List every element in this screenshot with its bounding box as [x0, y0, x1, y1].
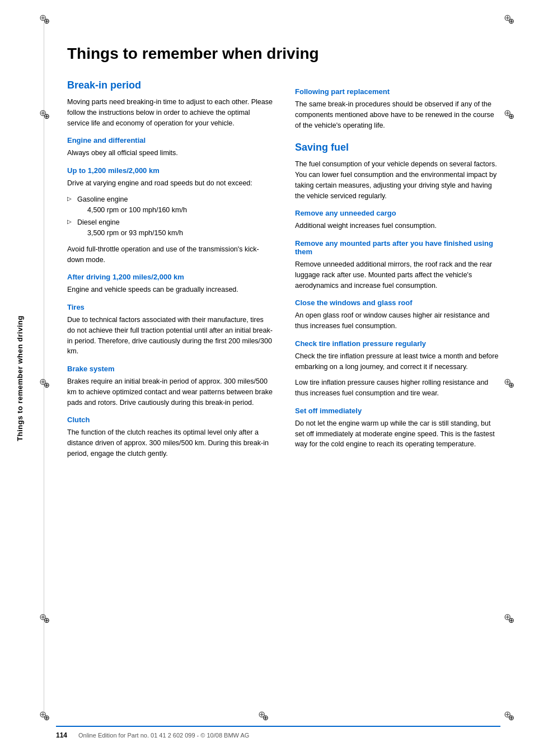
corner-crosshair-br: ⊕: [508, 713, 517, 722]
up-to-1200-intro: Drive at varying engine and road speeds …: [67, 178, 273, 189]
remove-mounted-title: Remove any mounted parts after you have …: [295, 239, 500, 256]
right-column: Following part replacement The same brea…: [295, 80, 500, 465]
saving-fuel-intro: The fuel consumption of your vehicle dep…: [295, 159, 500, 201]
brake-text: Brakes require an initial break-in perio…: [67, 376, 273, 408]
remove-cargo-text: Additional weight increases fuel consump…: [295, 221, 500, 231]
remove-mounted-text: Remove unneeded additional mirrors, the …: [295, 259, 500, 291]
main-content: Things to remember when driving Break-in…: [67, 22, 500, 465]
page-title: Things to remember when driving: [67, 22, 500, 63]
following-part-text: The same break-in procedures should be o…: [295, 99, 500, 130]
set-off-text: Do not let the engine warm up while the …: [295, 418, 500, 450]
remove-cargo-title: Remove any unneeded cargo: [295, 209, 500, 217]
gasoline-label: Gasoline engine: [77, 195, 128, 203]
crosshair-right-bot: ⊕: [508, 616, 517, 625]
check-tire-text1: Check the tire inflation pressure at lea…: [295, 351, 500, 372]
engine-diff-title: Engine and differential: [67, 136, 273, 144]
crosshair-right-mid: ⊕: [508, 381, 517, 390]
diesel-label: Diesel engine: [77, 218, 120, 226]
list-item-gasoline: Gasoline engine 4,500 rpm or 100 mph/160…: [67, 194, 273, 216]
sidebar-label: Things to remember when driving: [0, 0, 39, 756]
page-container: Things to remember when driving ⊕ ⊕ ⊕ ⊕ …: [0, 0, 534, 756]
gasoline-sub: 4,500 rpm or 100 mph/160 km/h: [77, 205, 273, 216]
two-col-layout: Break-in period Moving parts need breaki…: [67, 80, 500, 465]
corner-crosshair-tr: ⊕: [508, 17, 517, 26]
list-item-diesel: Diesel engine 3,500 rpm or 93 mph/150 km…: [67, 217, 273, 239]
break-in-title: Break-in period: [67, 80, 273, 91]
crosshair-left-top: ⊕: [44, 112, 53, 121]
page-number: 114: [56, 731, 67, 739]
following-part-title: Following part replacement: [295, 87, 500, 96]
crosshair-bottom-center: ⊕: [263, 713, 271, 722]
break-in-intro: Moving parts need breaking-in time to ad…: [67, 97, 273, 128]
tires-title: Tires: [67, 303, 273, 311]
up-to-1200-title: Up to 1,200 miles/2,000 km: [67, 166, 273, 175]
up-to-1200-after: Avoid full-throttle operation and use of…: [67, 244, 273, 265]
diesel-sub: 3,500 rpm or 93 mph/150 km/h: [77, 228, 273, 239]
bullet-list-speeds: Gasoline engine 4,500 rpm or 100 mph/160…: [67, 194, 273, 239]
tires-text: Due to technical factors associated with…: [67, 315, 273, 357]
footer-text: Online Edition for Part no. 01 41 2 602 …: [78, 732, 249, 739]
close-windows-text: An open glass roof or window causes high…: [295, 310, 500, 332]
left-column: Break-in period Moving parts need breaki…: [67, 80, 273, 465]
saving-fuel-title: Saving fuel: [295, 142, 500, 153]
crosshair-left-bot: ⊕: [44, 616, 53, 625]
clutch-title: Clutch: [67, 416, 273, 424]
corner-crosshair-bl: ⊕: [44, 713, 53, 722]
crosshair-right-top: ⊕: [508, 112, 517, 121]
brake-title: Brake system: [67, 365, 273, 373]
crosshair-left-mid: ⊕: [44, 381, 53, 390]
after-1200-text: Engine and vehicle speeds can be gradual…: [67, 284, 273, 295]
engine-diff-text: Always obey all official speed limits.: [67, 148, 273, 158]
after-1200-title: After driving 1,200 miles/2,000 km: [67, 273, 273, 281]
check-tire-title: Check tire inflation pressure regularly: [295, 339, 500, 348]
footer: 114 Online Edition for Part no. 01 41 2 …: [56, 726, 500, 739]
sidebar-text: Things to remember when driving: [16, 315, 24, 441]
check-tire-text2: Low tire inflation pressure causes highe…: [295, 377, 500, 399]
corner-crosshair-tl: ⊕: [44, 17, 53, 26]
clutch-text: The function of the clutch reaches its o…: [67, 427, 273, 459]
vertical-divider: [44, 22, 44, 711]
set-off-title: Set off immediately: [295, 407, 500, 415]
close-windows-title: Close the windows and glass roof: [295, 298, 500, 307]
